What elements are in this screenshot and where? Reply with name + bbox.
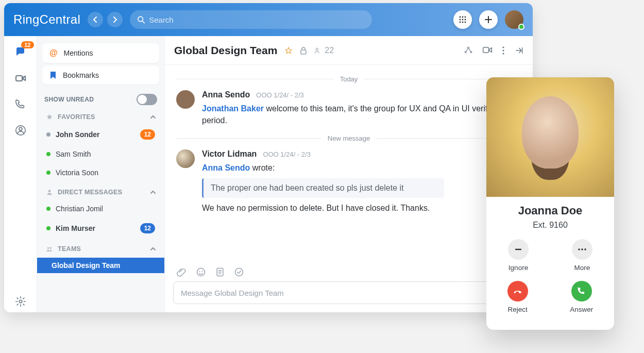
presence-dot bbox=[46, 152, 50, 156]
author-avatar[interactable] bbox=[176, 149, 195, 168]
nav-forward-button[interactable] bbox=[107, 12, 123, 27]
new-message-divider: New message bbox=[176, 135, 521, 142]
rail-badge: 12 bbox=[21, 41, 33, 48]
show-unread-label: SHOW UNREAD bbox=[44, 96, 94, 103]
nav-back-button[interactable] bbox=[88, 12, 103, 27]
svg-point-8 bbox=[462, 22, 464, 23]
rail-video[interactable] bbox=[14, 72, 27, 85]
svg-point-1 bbox=[460, 16, 461, 18]
dm-item[interactable]: Kim Murser 12 bbox=[42, 220, 159, 237]
svg-point-15 bbox=[47, 247, 49, 249]
ignore-button[interactable]: Ignore bbox=[508, 239, 529, 272]
favorite-item[interactable]: Victoria Soon bbox=[42, 165, 159, 180]
note-button[interactable] bbox=[215, 267, 225, 277]
sidebar-bookmarks-label: Bookmarks bbox=[63, 71, 99, 79]
section-favorites[interactable]: FAVORITES bbox=[42, 108, 159, 123]
at-icon: @ bbox=[49, 48, 58, 58]
check-circle-icon bbox=[234, 267, 244, 277]
emoji-icon bbox=[196, 267, 206, 277]
mention[interactable]: Anna Sendo bbox=[202, 163, 250, 172]
lock-icon bbox=[300, 46, 307, 55]
more-horizontal-icon bbox=[572, 239, 592, 260]
expand-button[interactable] bbox=[514, 46, 523, 55]
svg-point-27 bbox=[199, 271, 200, 272]
topbar: RingCentral bbox=[4, 3, 533, 36]
dm-item[interactable]: Christian Jomil bbox=[42, 201, 159, 216]
sidebar-mentions[interactable]: @ Mentions bbox=[42, 43, 159, 63]
incoming-call-card: Joanna Doe Ext. 9160 Ignore More Reject bbox=[486, 77, 614, 330]
chat-body: Today Anna Sendo OOO 1/24/ - 2/3 Jonatha… bbox=[165, 65, 533, 262]
message-text: We have no permission to delete. But I h… bbox=[202, 202, 521, 214]
member-count[interactable]: 22 bbox=[314, 46, 334, 55]
svg-point-5 bbox=[462, 19, 464, 21]
attach-button[interactable] bbox=[176, 267, 187, 277]
mention[interactable]: Jonathan Baker bbox=[202, 104, 264, 113]
video-icon bbox=[482, 46, 493, 54]
section-dm[interactable]: DIRECT MESSAGES bbox=[42, 183, 159, 198]
presence-indicator bbox=[518, 24, 524, 30]
author-name: Victor Lidman bbox=[202, 149, 257, 159]
svg-point-2 bbox=[462, 16, 464, 18]
nav-rail: 12 bbox=[4, 36, 37, 312]
user-avatar[interactable] bbox=[505, 10, 523, 29]
section-dm-label: DIRECT MESSAGES bbox=[58, 189, 122, 196]
search-box[interactable] bbox=[130, 10, 372, 29]
more-button[interactable]: More bbox=[572, 239, 592, 272]
svg-point-11 bbox=[19, 127, 22, 130]
team-item-active[interactable]: Global Design Team bbox=[37, 258, 164, 273]
star-icon bbox=[45, 113, 54, 121]
svg-point-25 bbox=[502, 53, 504, 54]
unread-badge: 12 bbox=[140, 223, 155, 233]
favorite-name: John Sonder bbox=[56, 130, 100, 139]
message-timestamp: OOO 1/24/ - 2/3 bbox=[263, 150, 311, 158]
svg-point-33 bbox=[584, 248, 586, 250]
favorite-item[interactable]: John Sonder 12 bbox=[42, 126, 159, 143]
privacy-button[interactable] bbox=[300, 46, 307, 55]
reject-button[interactable]: Reject bbox=[507, 281, 528, 313]
video-call-button[interactable] bbox=[482, 46, 493, 55]
share-button[interactable] bbox=[464, 46, 473, 55]
rail-messages[interactable]: 12 bbox=[14, 45, 27, 58]
section-teams[interactable]: TEAMS bbox=[42, 240, 159, 255]
chat-header: Global Design Team 22 bbox=[165, 36, 533, 65]
paperclip-icon bbox=[176, 267, 187, 277]
more-button[interactable] bbox=[502, 46, 505, 55]
plus-icon bbox=[484, 15, 493, 24]
sidebar-mentions-label: Mentions bbox=[64, 49, 93, 57]
message-composer[interactable] bbox=[173, 281, 524, 304]
search-input[interactable] bbox=[149, 15, 365, 24]
add-button[interactable] bbox=[479, 10, 498, 29]
date-divider: Today bbox=[176, 75, 521, 83]
task-button[interactable] bbox=[234, 267, 244, 277]
quote-attribution: Anna Sendo wrote: bbox=[202, 162, 521, 174]
emoji-button[interactable] bbox=[196, 267, 206, 277]
ignore-label: Ignore bbox=[509, 264, 528, 272]
rail-phone[interactable] bbox=[15, 99, 26, 110]
author-avatar[interactable] bbox=[176, 90, 195, 109]
sidebar-bookmarks[interactable]: Bookmarks bbox=[42, 66, 159, 85]
svg-point-6 bbox=[465, 19, 466, 21]
chevron-up-icon bbox=[150, 189, 156, 195]
phone-icon bbox=[15, 99, 26, 110]
dm-name: Christian Jomil bbox=[56, 205, 103, 213]
member-count-value: 22 bbox=[325, 46, 334, 55]
rail-settings[interactable] bbox=[15, 296, 26, 307]
rail-contacts[interactable] bbox=[15, 125, 26, 136]
svg-rect-10 bbox=[16, 76, 22, 81]
chevron-left-icon bbox=[92, 16, 98, 23]
svg-point-18 bbox=[316, 48, 318, 50]
author-name: Anna Sendo bbox=[202, 90, 250, 99]
favorite-item[interactable]: Sam Smith bbox=[42, 146, 159, 162]
presence-dot bbox=[46, 226, 50, 230]
show-unread-toggle[interactable] bbox=[137, 94, 157, 105]
sidebar: @ Mentions Bookmarks SHOW UNREAD FAVORIT… bbox=[37, 36, 165, 312]
message-input[interactable] bbox=[181, 289, 517, 297]
more-label: More bbox=[574, 264, 590, 272]
dialpad-button[interactable] bbox=[453, 10, 472, 29]
composer-toolbar bbox=[165, 262, 533, 277]
answer-button[interactable]: Answer bbox=[570, 281, 593, 313]
favorite-star-button[interactable] bbox=[284, 46, 293, 55]
star-outline-icon bbox=[284, 46, 293, 55]
chevron-up-icon bbox=[150, 246, 156, 252]
message-text: Jonathan Baker welcome to this team, it'… bbox=[202, 103, 521, 126]
